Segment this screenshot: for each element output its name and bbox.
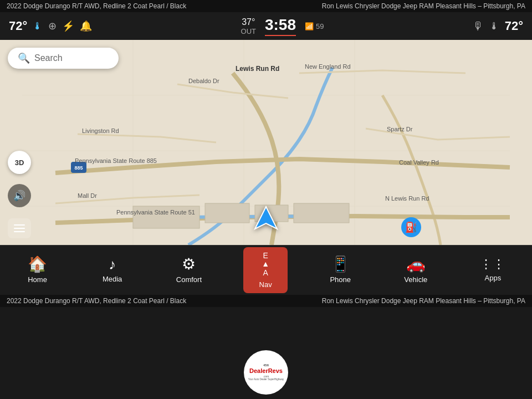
svg-marker-24 xyxy=(255,207,277,229)
volume-icon: 🔊 xyxy=(13,190,25,202)
home-icon: 🏠 xyxy=(28,257,47,272)
top-bar-left: 2022 Dodge Durango R/T AWD, Redline 2 Co… xyxy=(7,2,186,10)
outside-temp: 37° OUT xyxy=(241,17,256,35)
svg-text:Debaldo Dr: Debaldo Dr xyxy=(188,78,219,84)
dealer-revs-text: DealerRevs xyxy=(248,367,284,375)
nav-vehicle[interactable]: 🚗 Vehicle xyxy=(393,252,438,288)
time-display: 3:58 xyxy=(265,16,296,36)
nav-home-label: Home xyxy=(28,275,47,284)
svg-text:885: 885 xyxy=(74,165,83,171)
media-icon: ♪ xyxy=(109,257,116,272)
outside-temp-val: 37° xyxy=(241,17,256,27)
mic-icon[interactable]: 🎙 xyxy=(473,20,484,33)
outside-temp-label: OUT xyxy=(241,27,256,35)
nav-home[interactable]: 🏠 Home xyxy=(16,252,60,288)
wifi-icon: 📶 xyxy=(305,22,314,30)
svg-rect-10 xyxy=(294,203,349,223)
nav-comfort[interactable]: ⚙ Comfort xyxy=(165,252,213,288)
gas-station-icon[interactable]: ⛽ xyxy=(401,217,421,237)
wifi-bars: 59 xyxy=(316,22,324,30)
bottom-nav: 🏠 Home ♪ Media ⚙ Comfort E▲A Nav 📱 Phone… xyxy=(0,245,532,295)
bluetooth-icon[interactable]: ⚡ xyxy=(62,20,74,32)
search-bar[interactable]: 🔍 Search xyxy=(8,48,119,69)
wifi-info: 📶 59 xyxy=(305,22,324,30)
svg-text:Lewis Run Rd: Lewis Run Rd xyxy=(236,65,279,73)
apps-icon: ⋮⋮ xyxy=(480,258,505,270)
svg-text:Pennsylvania State Route 51: Pennsylvania State Route 51 xyxy=(116,209,195,216)
gas-icon-symbol: ⛽ xyxy=(405,221,417,233)
nav-apps-label: Apps xyxy=(485,274,502,282)
svg-rect-8 xyxy=(205,203,249,223)
svg-text:Coal Valley Rd: Coal Valley Rd xyxy=(399,159,439,166)
svg-text:N Lewis Run Rd: N Lewis Run Rd xyxy=(385,195,429,202)
watermark: 456 DealerRevs .com Your Auto Dealer Sup… xyxy=(244,350,288,395)
nav-comfort-label: Comfort xyxy=(176,275,202,284)
nav-media[interactable]: ♪ Media xyxy=(90,253,135,288)
top-bar: 2022 Dodge Durango R/T AWD, Redline 2 Co… xyxy=(0,0,532,12)
svg-text:Livingston Rd: Livingston Rd xyxy=(82,127,119,134)
temp-right: 72° xyxy=(505,19,523,33)
search-icon: 🔍 xyxy=(18,52,30,64)
heat-icon[interactable]: 🌡 xyxy=(33,21,43,32)
status-center: 37° OUT 3:58 📶 59 xyxy=(241,16,324,36)
bottom-caption-right: Ron Lewis Chrysler Dodge Jeep RAM Pleasa… xyxy=(322,297,525,305)
nav-arrow xyxy=(252,204,280,234)
svg-text:Mall Dr: Mall Dr xyxy=(78,192,97,199)
comfort-icon: ⚙ xyxy=(182,257,196,272)
status-bar: 72° 🌡 ⊕ ⚡ 🔔 37° OUT 3:58 📶 59 🎙 🌡 72° xyxy=(0,12,532,40)
phone-icon: 📱 xyxy=(331,257,350,272)
nav-phone[interactable]: 📱 Phone xyxy=(318,252,362,288)
nav-apps[interactable]: ⋮⋮ Apps xyxy=(469,254,516,287)
nav-nav-label: Nav xyxy=(259,280,272,289)
temp-icon-right[interactable]: 🌡 xyxy=(489,21,499,32)
nav-compass-icon: E▲A xyxy=(262,252,269,277)
volume-button[interactable]: 🔊 xyxy=(8,184,31,207)
nav-vehicle-label: Vehicle xyxy=(404,275,427,284)
hamburger-icon xyxy=(14,224,25,232)
3d-button[interactable]: 3D xyxy=(8,151,31,174)
status-right: 🎙 🌡 72° xyxy=(473,19,523,33)
map-area: 885 Lewis Run Rd Pennsylvania State Rout… xyxy=(0,40,532,245)
bottom-caption-left: 2022 Dodge Durango R/T AWD, Redline 2 Co… xyxy=(7,297,186,305)
bottom-caption: 2022 Dodge Durango R/T AWD, Redline 2 Co… xyxy=(0,295,532,307)
menu-button[interactable] xyxy=(8,218,31,238)
fan-icon[interactable]: ⊕ xyxy=(48,20,57,32)
bell-icon[interactable]: 🔔 xyxy=(80,20,92,32)
vehicle-icon: 🚗 xyxy=(406,257,426,272)
svg-text:Spartz Dr: Spartz Dr xyxy=(387,126,413,132)
nav-phone-label: Phone xyxy=(330,275,351,284)
dealer-logo: 456 DealerRevs .com Your Auto Dealer Sup… xyxy=(244,350,288,395)
svg-text:Pennsylvania State Route 885: Pennsylvania State Route 885 xyxy=(75,157,157,164)
svg-text:New England Rd: New England Rd xyxy=(305,63,351,70)
top-bar-right: Ron Lewis Chrysler Dodge Jeep RAM Pleasa… xyxy=(322,2,525,10)
status-left: 72° 🌡 ⊕ ⚡ 🔔 xyxy=(9,19,92,33)
nav-navigation[interactable]: E▲A Nav xyxy=(243,247,288,293)
nav-media-label: Media xyxy=(103,275,122,283)
temp-left: 72° xyxy=(9,19,27,33)
search-placeholder: Search xyxy=(34,53,63,63)
dealer-text: 456 DealerRevs .com Your Auto Dealer Sup… xyxy=(247,362,285,382)
